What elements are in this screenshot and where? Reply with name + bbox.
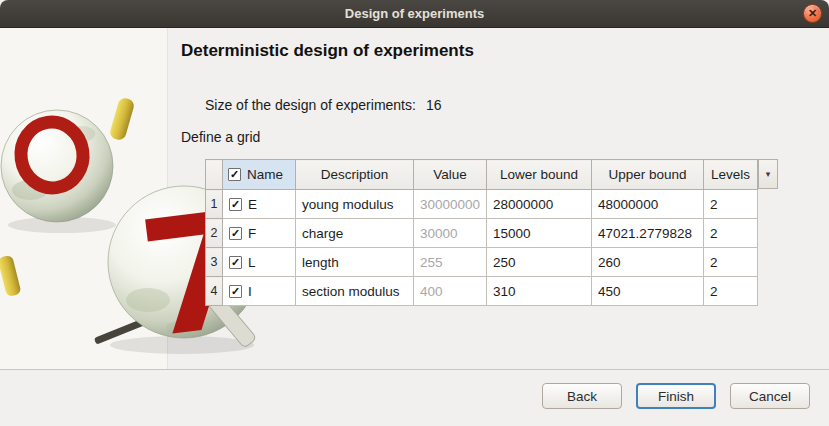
- cell-upper-bound[interactable]: 48000000: [592, 190, 704, 219]
- close-icon: ✕: [808, 7, 817, 19]
- variable-name: E: [248, 197, 257, 212]
- define-grid-label: Define a grid: [181, 129, 809, 146]
- cell-name[interactable]: ✓ E: [223, 190, 296, 219]
- cancel-button[interactable]: Cancel: [730, 383, 810, 409]
- column-header-value[interactable]: Value: [414, 160, 487, 190]
- doe-size-label: Size of the design of experiments:: [205, 97, 416, 114]
- row-number: 4: [206, 277, 223, 306]
- table-row: 1 ✓ E young modulus 30000000 28000000 48…: [206, 190, 758, 219]
- page-title: Deterministic design of experiments: [181, 40, 809, 61]
- column-header-upper-bound[interactable]: Upper bound: [592, 160, 704, 190]
- doe-size-row: Size of the design of experiments: 16: [205, 97, 809, 114]
- cell-levels[interactable]: 2: [704, 219, 758, 248]
- window-title: Design of experiments: [345, 6, 484, 21]
- select-all-checkbox[interactable]: ✓: [228, 168, 241, 181]
- variable-name: L: [248, 255, 256, 270]
- variable-name: F: [248, 226, 256, 241]
- row-number: 1: [206, 190, 223, 219]
- close-button[interactable]: ✕: [803, 4, 822, 23]
- dialog-body: 7 Deterministic design of experiments Si…: [0, 28, 829, 426]
- cell-name[interactable]: ✓ I: [223, 277, 296, 306]
- doe-size-value: 16: [426, 97, 442, 114]
- cell-description[interactable]: young modulus: [296, 190, 414, 219]
- cell-upper-bound[interactable]: 47021.2779828: [592, 219, 704, 248]
- column-header-name-label: Name: [247, 167, 283, 182]
- cell-description[interactable]: length: [296, 248, 414, 277]
- cell-upper-bound[interactable]: 260: [592, 248, 704, 277]
- column-header-levels[interactable]: Levels: [704, 160, 758, 190]
- column-options-button[interactable]: ▾: [758, 159, 778, 189]
- chevron-down-icon: ▾: [766, 169, 771, 179]
- grid-table-wrap: ✓ Name Description Value Lower bound Upp…: [205, 159, 758, 306]
- cell-lower-bound[interactable]: 310: [487, 277, 592, 306]
- cell-value: 255: [414, 248, 487, 277]
- header-row: ✓ Name Description Value Lower bound Upp…: [206, 160, 758, 190]
- row-number: 3: [206, 248, 223, 277]
- row-number: 2: [206, 219, 223, 248]
- finish-button[interactable]: Finish: [636, 383, 716, 409]
- cell-name[interactable]: ✓ F: [223, 219, 296, 248]
- wizard-button-row: Back Finish Cancel: [0, 369, 829, 426]
- titlebar[interactable]: Design of experiments ✕: [0, 0, 829, 28]
- row-checkbox[interactable]: ✓: [229, 198, 242, 211]
- check-icon: ✓: [231, 228, 240, 239]
- row-checkbox[interactable]: ✓: [229, 285, 242, 298]
- check-icon: ✓: [231, 257, 240, 268]
- check-icon: ✓: [230, 169, 239, 180]
- table-row: 4 ✓ I section modulus 400 310 450: [206, 277, 758, 306]
- cell-levels[interactable]: 2: [704, 190, 758, 219]
- check-icon: ✓: [231, 199, 240, 210]
- page-content: Deterministic design of experiments Size…: [168, 28, 829, 369]
- cell-upper-bound[interactable]: 450: [592, 277, 704, 306]
- column-header-lower-bound[interactable]: Lower bound: [487, 160, 592, 190]
- cell-value: 400: [414, 277, 487, 306]
- check-icon: ✓: [231, 286, 240, 297]
- cell-lower-bound[interactable]: 250: [487, 248, 592, 277]
- dialog-window: Design of experiments ✕: [0, 0, 829, 426]
- cell-value: 30000: [414, 219, 487, 248]
- variable-name: I: [248, 284, 252, 299]
- cell-description[interactable]: charge: [296, 219, 414, 248]
- wizard-page: Deterministic design of experiments Size…: [0, 28, 829, 369]
- back-button[interactable]: Back: [542, 383, 622, 409]
- row-checkbox[interactable]: ✓: [229, 227, 242, 240]
- column-header-description[interactable]: Description: [296, 160, 414, 190]
- cell-description[interactable]: section modulus: [296, 277, 414, 306]
- table-row: 2 ✓ F charge 30000 15000 47021.2779828: [206, 219, 758, 248]
- row-checkbox[interactable]: ✓: [229, 256, 242, 269]
- cell-name[interactable]: ✓ L: [223, 248, 296, 277]
- table-row: 3 ✓ L length 255 250 260 2: [206, 248, 758, 277]
- watermark-panel: [0, 28, 168, 369]
- cell-levels[interactable]: 2: [704, 277, 758, 306]
- cell-levels[interactable]: 2: [704, 248, 758, 277]
- cell-value: 30000000: [414, 190, 487, 219]
- row-header-corner: [206, 160, 223, 190]
- cell-lower-bound[interactable]: 28000000: [487, 190, 592, 219]
- column-header-name[interactable]: ✓ Name: [223, 160, 296, 190]
- cell-lower-bound[interactable]: 15000: [487, 219, 592, 248]
- grid-table: ✓ Name Description Value Lower bound Upp…: [205, 159, 758, 306]
